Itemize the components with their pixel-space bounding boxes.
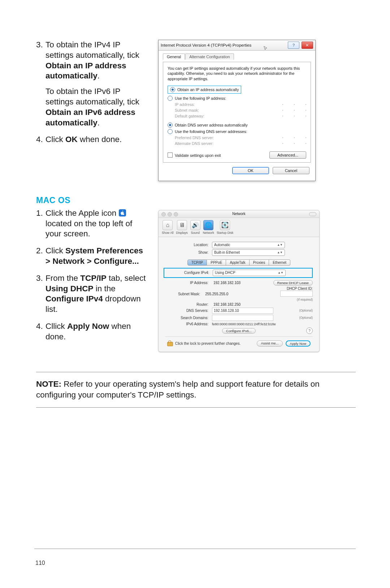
label-alt-dns: Alternate DNS server: (175, 141, 213, 146)
tab-tcpip[interactable]: TCP/IP (187, 259, 207, 266)
mac-step-3: 3. From the TCP/IP tab, select Using DHC… (36, 273, 148, 315)
highlight-obtain-ip: Obtain an IP address automatically (168, 86, 241, 94)
apple-icon (119, 209, 126, 216)
dialog-description: You can get IP settings assigned automat… (168, 66, 306, 81)
label-subnet-mask: Subnet Mask: (165, 292, 204, 296)
help-icon[interactable]: ? (306, 327, 313, 334)
tab-alt-config[interactable]: Alternate Configuration (185, 53, 234, 60)
note-block: NOTE: Refer to your operating system's h… (36, 372, 356, 408)
label-location: Location: (165, 243, 212, 247)
tab-proxies[interactable]: Proxies (250, 259, 269, 266)
label-gateway: Default gateway: (175, 114, 204, 118)
label-router: Router: (165, 302, 212, 306)
ok-button[interactable]: OK (232, 167, 269, 174)
cursor-icon (263, 46, 268, 51)
input-dhcp-client[interactable] (280, 291, 313, 297)
step-bold: Obtain an IP address automatically (46, 61, 126, 81)
radio-obtain-ip[interactable] (170, 87, 175, 92)
window-title: Network (232, 212, 246, 216)
toolbar-toggle[interactable] (309, 212, 316, 216)
tool-sound[interactable]: 🔊Sound (190, 220, 200, 235)
tool-displays[interactable]: 🖥Displays (176, 220, 188, 235)
mac-step-2: 2. Click System Preferences > Network > … (36, 246, 148, 267)
windows-ipv4-dialog: Internet Protocol Version 4 (TCP/IPv4) P… (158, 40, 316, 181)
label-ip: IP address: (175, 102, 195, 107)
tab-general[interactable]: General (163, 53, 185, 60)
highlight-configure-ipv4: Configure IPv4: Using DHCP▲▼ (164, 268, 313, 278)
select-show[interactable]: Built-in Ethernet▲▼ (212, 249, 285, 256)
tool-network[interactable]: 🌐Network (203, 220, 214, 235)
advanced-button[interactable]: Advanced... (269, 151, 306, 159)
step-4: 4. Click OK when done. (36, 134, 148, 145)
tool-startup[interactable]: 💽Startup Disk (217, 220, 233, 235)
lock-text: Click the lock to prevent further change… (175, 342, 240, 345)
label-dns: DNS Servers: (165, 309, 212, 313)
page-number: 110 (35, 560, 45, 566)
label-subnet: Subnet mask: (175, 108, 199, 112)
label-search-domains: Search Domains: (165, 316, 212, 320)
mac-step-1: 1. Click the Apple icon located on the t… (36, 208, 148, 239)
cancel-button[interactable]: Cancel (273, 167, 309, 174)
dialog-title: Internet Protocol Version 4 (TCP/IPv4) P… (161, 43, 251, 47)
label-show: Show: (165, 250, 212, 254)
select-configure-ipv4[interactable]: Using DHCP▲▼ (213, 270, 286, 276)
value-ip: 192.168.182.103 (212, 281, 273, 285)
label-configure-ipv4: Configure IPv4: (166, 271, 213, 275)
label-ipv6: IPv6 Address: (165, 322, 212, 326)
footer-rule (34, 549, 356, 549)
mac-network-window: Network ⌂Show All 🖥Displays 🔊Sound 🌐Netw… (158, 210, 320, 352)
step-number: 3. (36, 40, 43, 50)
close-button[interactable]: ✕ (302, 42, 313, 49)
step-text: To obtain the IPv4 IP settings automatic… (46, 40, 139, 60)
checkbox-validate[interactable]: Validate settings upon exit (168, 153, 221, 158)
label-dhcp-client: DHCP Client ID: (287, 287, 313, 291)
tab-pppoe[interactable]: PPPoE (207, 259, 226, 266)
tab-appletalk[interactable]: AppleTalk (226, 259, 249, 266)
renew-dhcp-button[interactable]: Renew DHCP Lease (273, 280, 313, 286)
select-location[interactable]: Automatic▲▼ (212, 242, 285, 248)
label-ip-address: IP Address: (165, 281, 212, 285)
configure-ipv6-button[interactable]: Configure IPv6... (222, 328, 256, 334)
input-dns[interactable]: 192.168.128.10 (212, 308, 273, 314)
label-pref-dns: Preferred DNS server: (175, 136, 214, 140)
step-3: 3. To obtain the IPv4 IP settings automa… (36, 40, 148, 128)
help-button[interactable]: ? (288, 42, 299, 49)
input-search-domains[interactable] (212, 315, 273, 321)
traffic-lights[interactable] (161, 212, 178, 216)
apply-now-button[interactable]: Apply Now (286, 340, 311, 347)
mac-step-4: 4. Cllick Apply Now when done. (36, 321, 148, 342)
radio-use-ip[interactable] (168, 96, 173, 101)
lock-icon[interactable] (167, 340, 172, 346)
tab-ethernet[interactable]: Ethernet (269, 259, 290, 266)
mac-os-heading: MAC OS (36, 196, 356, 205)
tool-showall[interactable]: ⌂Show All (162, 220, 174, 235)
assist-button[interactable]: Assist me... (257, 340, 282, 347)
radio-use-dns[interactable] (168, 129, 173, 134)
radio-obtain-dns[interactable] (168, 123, 173, 128)
